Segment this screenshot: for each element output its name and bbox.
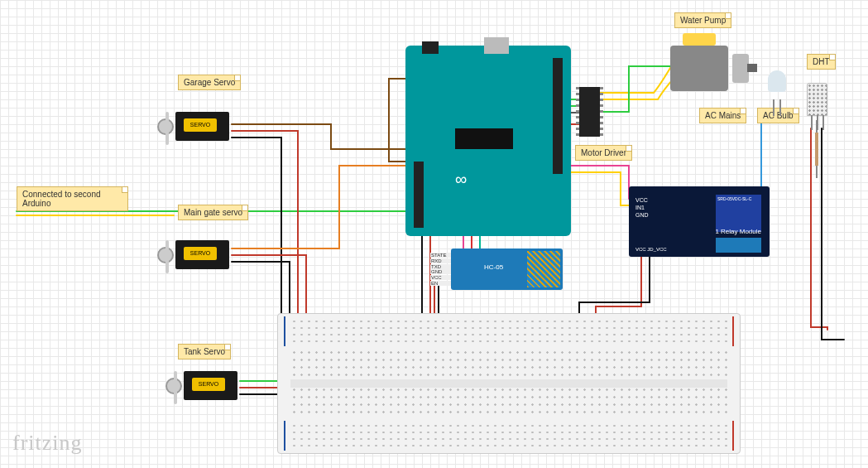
arduino-uno: ∞ (405, 46, 571, 236)
label-water-pump: Water Pump (674, 12, 731, 28)
ac-bulb-led (768, 70, 786, 104)
label-main-gate-servo: Main gate servo (178, 205, 248, 220)
relay-module: VCC IN1 GND VCC JD_VCC SRD-05VDC-SL-C 1 … (629, 186, 770, 257)
water-pump-motor (670, 37, 741, 95)
breadboard (277, 313, 741, 454)
label-second-arduino: Connected to second Arduino (17, 186, 128, 211)
label-tank-servo: Tank Servo (178, 344, 231, 359)
bluetooth-pins: STATE RXD TXD GND VCC EN (430, 253, 451, 286)
dht-sensor (807, 83, 827, 116)
pullup-resistor (815, 133, 818, 166)
label-garage-servo: Garage Servo (178, 75, 241, 90)
main-gate-servo: SERVO (165, 232, 232, 277)
bluetooth-module: STATE RXD TXD GND VCC EN HC-05 (451, 248, 563, 290)
garage-servo: SERVO (165, 104, 232, 149)
tank-servo: SERVO (174, 363, 240, 408)
label-motor-driver: Motor Driver (575, 145, 632, 161)
label-ac-bulb: AC Bulb (757, 108, 799, 123)
label-ac-mains: AC Mains (699, 108, 746, 123)
fritzing-watermark: fritzing (12, 431, 83, 456)
arduino-logo-icon: ∞ (455, 170, 467, 189)
label-dht: DHT (807, 54, 836, 70)
motor-driver-ic (579, 87, 600, 137)
